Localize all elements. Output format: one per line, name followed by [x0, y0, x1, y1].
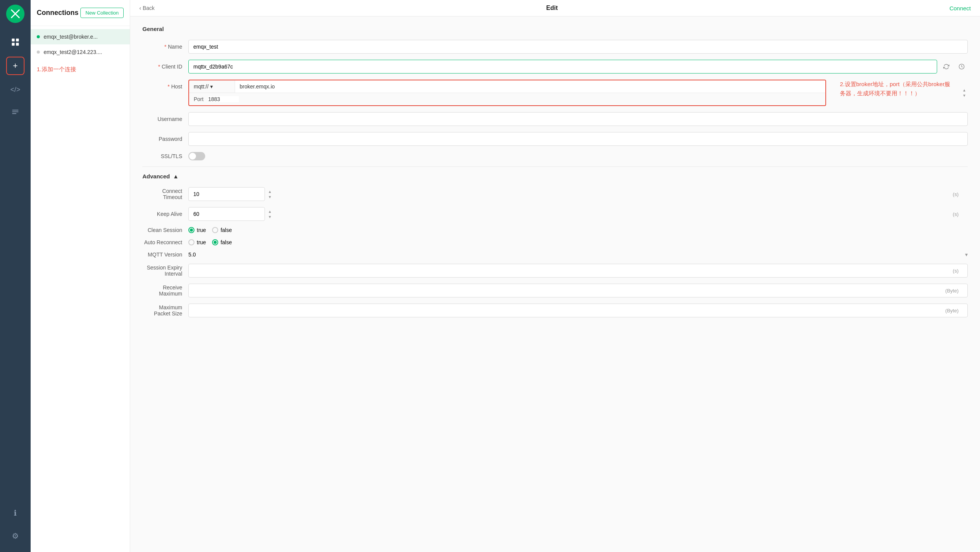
clean-session-true-option[interactable]: true: [188, 227, 206, 233]
keep-alive-up[interactable]: ▲: [266, 209, 273, 214]
mqtt-version-select[interactable]: 5.0 ▾: [188, 252, 968, 258]
clean-session-row: Clean Session true false: [142, 227, 968, 233]
back-button[interactable]: ‹ Back: [139, 5, 155, 11]
connection-status-dot-2: [37, 51, 40, 54]
session-expiry-row: Session Expiry Interval (s): [142, 264, 968, 278]
keep-alive-unit: (s): [953, 211, 959, 217]
chevron-left-icon: ‹: [139, 5, 141, 11]
svg-rect-2: [12, 43, 15, 46]
password-input[interactable]: [188, 132, 968, 146]
connect-timeout-down[interactable]: ▼: [266, 194, 273, 199]
host-row: mqtt:// ▾: [189, 80, 825, 93]
client-id-label: Client ID: [142, 64, 188, 70]
sidebar-item-info[interactable]: ℹ: [0, 501, 31, 524]
mqtt-version-value: 5.0: [188, 252, 196, 258]
auto-reconnect-false-option[interactable]: false: [212, 239, 232, 245]
history-icon: [959, 64, 965, 70]
ssl-tls-toggle[interactable]: [188, 152, 205, 160]
name-input[interactable]: [188, 40, 968, 54]
clean-session-true-label: true: [197, 227, 206, 233]
gear-icon: ⚙: [12, 531, 19, 541]
sidebar-item-data[interactable]: [0, 101, 31, 124]
connect-button[interactable]: Connect: [949, 5, 971, 11]
clean-session-radio-group: true false: [188, 227, 232, 233]
host-label: Host: [142, 80, 188, 90]
connection-item-1[interactable]: emqx_test@broker.e...: [31, 29, 130, 44]
port-input[interactable]: [208, 96, 239, 102]
refresh-icon: [943, 64, 949, 70]
add-connection-button[interactable]: +: [6, 57, 24, 75]
username-label: Username: [142, 116, 188, 122]
plus-icon: +: [13, 61, 18, 71]
auto-reconnect-radio-group: true false: [188, 239, 232, 245]
auto-reconnect-true-label: true: [197, 239, 206, 245]
svg-rect-3: [16, 43, 19, 46]
connection-label-1: emqx_test@broker.e...: [44, 34, 98, 40]
session-expiry-input[interactable]: [188, 264, 968, 278]
max-packet-unit: (Byte): [945, 308, 959, 314]
advanced-collapse-icon: ▲: [173, 173, 179, 180]
keep-alive-label: Keep Alive: [142, 211, 188, 217]
auto-reconnect-true-option[interactable]: true: [188, 239, 206, 245]
main-content: ‹ Back Edit Connect General Name Client …: [130, 0, 980, 552]
connect-timeout-unit: (s): [953, 191, 959, 197]
clean-session-true-dot: [188, 227, 194, 233]
receive-maximum-unit: (Byte): [945, 288, 959, 294]
username-input[interactable]: [188, 112, 968, 126]
auto-reconnect-row: Auto Reconnect true false: [142, 239, 968, 245]
sidebar-title: Connections: [37, 9, 78, 17]
auto-reconnect-label: Auto Reconnect: [142, 239, 188, 245]
auto-reconnect-false-label: false: [220, 239, 232, 245]
max-packet-label: Maximum Packet Size: [142, 304, 188, 317]
connect-timeout-row: Connect Timeout ▲ ▼ (s): [142, 187, 968, 201]
name-label: Name: [142, 44, 188, 50]
receive-maximum-input[interactable]: [188, 284, 968, 297]
port-spinners: ▲ ▼: [961, 80, 968, 106]
keep-alive-input[interactable]: [188, 207, 265, 221]
receive-maximum-row: Receive Maximum (Byte): [142, 284, 968, 297]
annotation-broker: 2.设置broker地址，port（采用公共broker服务器，生成环境不要用！…: [840, 80, 955, 98]
mqtt-version-label: MQTT Version: [142, 252, 188, 258]
connection-label-2: emqx_test2@124.223....: [44, 49, 102, 55]
sidebar-item-settings[interactable]: ⚙: [0, 524, 31, 547]
port-label: Port: [194, 96, 204, 102]
auto-reconnect-true-dot: [188, 239, 194, 245]
clean-session-false-option[interactable]: false: [212, 227, 232, 233]
svg-rect-0: [12, 39, 15, 41]
logo-icon: [10, 8, 21, 19]
connect-timeout-up[interactable]: ▲: [266, 189, 273, 194]
app-logo[interactable]: [6, 5, 24, 23]
history-client-id-button[interactable]: [956, 60, 968, 73]
password-label: Password: [142, 136, 188, 142]
advanced-title-text: Advanced: [142, 173, 170, 180]
mqtt-version-row: MQTT Version 5.0 ▾: [142, 252, 968, 258]
max-packet-input[interactable]: [188, 304, 968, 317]
ssl-tls-label: SSL/TLS: [142, 153, 188, 159]
keep-alive-spinners: ▲ ▼: [266, 209, 273, 219]
port-up-button[interactable]: ▲: [961, 88, 968, 93]
host-port-row: Host mqtt:// ▾ Port 2.设置broker地: [142, 80, 968, 106]
advanced-section-title[interactable]: Advanced ▲: [142, 173, 968, 180]
receive-maximum-label: Receive Maximum: [142, 284, 188, 297]
protocol-selector[interactable]: mqtt:// ▾: [189, 80, 235, 93]
client-id-input[interactable]: [188, 60, 937, 73]
clean-session-false-dot: [212, 227, 218, 233]
port-down-button[interactable]: ▼: [961, 93, 968, 98]
icon-bar: + </> ℹ ⚙: [0, 0, 31, 552]
mqtt-version-chevron-icon: ▾: [965, 252, 968, 258]
connection-item-2[interactable]: emqx_test2@124.223....: [31, 44, 130, 60]
host-address-input[interactable]: [235, 80, 825, 93]
form-area: General Name Client ID: [130, 16, 980, 552]
sidebar-item-code[interactable]: </>: [0, 78, 31, 101]
protocol-chevron-icon: ▾: [210, 83, 213, 90]
new-collection-button[interactable]: New Collection: [80, 8, 124, 18]
clean-session-false-label: false: [220, 227, 232, 233]
refresh-client-id-button[interactable]: [940, 60, 952, 73]
connections-icon: [11, 38, 20, 46]
connect-timeout-input[interactable]: [188, 187, 265, 201]
sidebar-item-connections[interactable]: [0, 31, 31, 54]
connection-status-dot-1: [37, 35, 40, 38]
username-row: Username: [142, 112, 968, 126]
svg-rect-6: [12, 113, 16, 114]
keep-alive-down[interactable]: ▼: [266, 214, 273, 219]
